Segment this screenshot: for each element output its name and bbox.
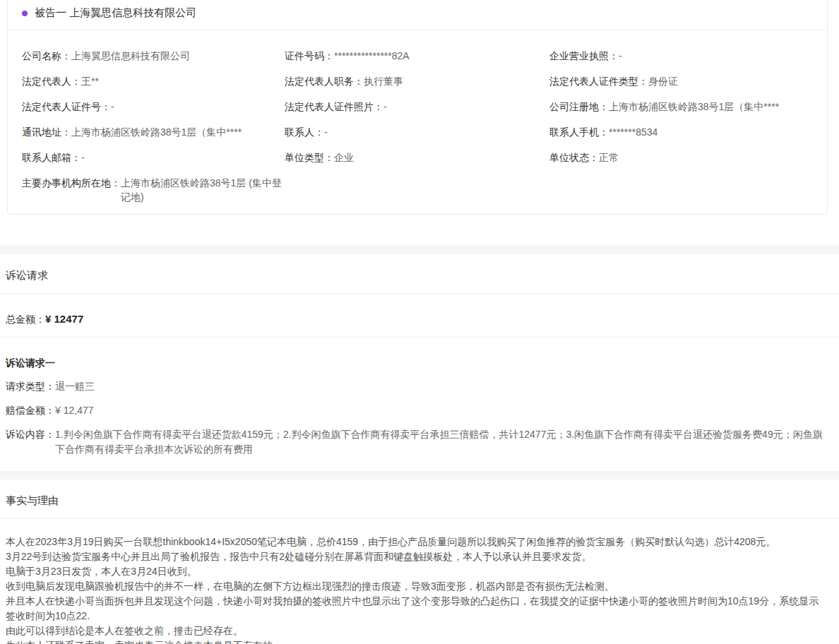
field-row: 证件号码： ***************82A: [285, 49, 549, 63]
field-value: 上海市杨浦区铁岭路38号1层（集中****: [71, 125, 242, 139]
field-label: 公司注册地：: [549, 100, 609, 114]
field-label: 公司名称：: [22, 49, 71, 63]
field-label: 通讯地址：: [22, 125, 71, 139]
total-amount-label: 总金额：: [6, 312, 45, 326]
field-row: 公司名称： 上海翼思信息科技有限公司: [22, 49, 285, 63]
total-amount-value: ¥ 12477: [45, 312, 83, 326]
request-field-row: 请求类型： 退一赔三: [0, 379, 839, 394]
field-row: 主要办事机构所在地： 上海市杨浦区铁岭路38号1层 (集中登记地): [22, 176, 285, 204]
field-label: 联系人：: [285, 125, 324, 139]
field-label: 证件号码：: [285, 49, 334, 63]
fact-paragraph: 电脑于3月23日发货，本人在3月24日收到。: [6, 564, 828, 579]
field-value: 上海市杨浦区铁岭路38号1层 (集中登记地): [121, 176, 285, 204]
request-field-label: 诉讼内容：: [6, 427, 55, 457]
field-row: 联系人手机： *******8534: [549, 125, 813, 139]
field-label: 主要办事机构所在地：: [22, 176, 121, 190]
field-value: -: [619, 49, 622, 63]
defendant-title: 被告一 上海翼思信息科技有限公司: [35, 6, 196, 20]
field-label: 法定代表人职务：: [285, 74, 364, 88]
field-label: 法定代表人：: [22, 74, 81, 88]
field-label: 联系人邮箱：: [22, 150, 81, 165]
section-divider-band: [0, 246, 839, 254]
request-field-value: 退一赔三: [55, 379, 95, 394]
defendant-card: 被告一 上海翼思信息科技有限公司 公司名称： 上海翼思信息科技有限公司 证件号码…: [7, 0, 828, 215]
field-value: -: [383, 100, 387, 114]
field-row: 法定代表人证件类型： 身份证: [549, 74, 813, 88]
request-field-row: 赔偿金额： ¥ 12,477: [0, 403, 839, 418]
section-divider-band: [0, 471, 839, 479]
field-value: -: [111, 100, 114, 114]
field-label: 单位类型：: [285, 150, 334, 165]
field-row: 法定代表人证件照片： -: [285, 100, 549, 114]
field-label: 法定代表人证件类型：: [549, 74, 648, 88]
request-field-label: 赔偿金额：: [6, 403, 55, 418]
field-row: 法定代表人： 王**: [22, 74, 285, 88]
field-label: 法定代表人证件照片：: [285, 100, 383, 114]
request-one-title: 诉讼请求一: [0, 338, 839, 370]
litigation-section: 诉讼请求 总金额： ¥ 12477 诉讼请求一 请求类型： 退一赔三 赔偿金额：…: [0, 246, 839, 457]
field-value: 企业: [334, 150, 354, 165]
fact-paragraph: 并且本人在快递小哥当面拆包并且发现这个问题，快递小哥对我拍摄的签收照片中也显示出…: [6, 594, 828, 624]
field-value: 正常: [599, 150, 619, 165]
field-label: 单位状态：: [549, 150, 599, 165]
defendant-card-header: 被告一 上海翼思信息科技有限公司: [8, 0, 827, 30]
purple-dot-icon: [22, 11, 28, 16]
fact-paragraph: 3月22号到达验货宝服务中心并且出局了验机报告，报告中只有2处磕碰分别在屏幕背面…: [6, 549, 828, 564]
divider: [0, 293, 839, 294]
field-row: 法定代表人职务： 执行董事: [285, 74, 549, 88]
field-value: 身份证: [648, 74, 678, 88]
field-row: 单位状态： 正常: [549, 150, 813, 165]
field-value: 上海市杨浦区铁岭路38号1层（集中****: [609, 100, 779, 114]
facts-section-title: 事实与理由: [0, 479, 839, 518]
fact-paragraph: 由此可以得到结论是本人在签收之前，撞击已经存在。: [6, 624, 828, 638]
litigation-section-title: 诉讼请求: [0, 254, 839, 293]
field-value: 王**: [81, 74, 99, 88]
field-row: 企业营业执照： -: [549, 49, 813, 63]
litigation-fields: 请求类型： 退一赔三 赔偿金额： ¥ 12,477 诉讼内容： 1.判令闲鱼旗下…: [0, 379, 839, 457]
field-label: 企业营业执照：: [549, 49, 619, 63]
field-row: 单位类型： 企业: [285, 150, 549, 165]
facts-section: 事实与理由 本人在2023年3月19日购买一台联想thinkbook14+I5x…: [0, 471, 839, 644]
facts-body: 本人在2023年3月19日购买一台联想thinkbook14+I5x2050笔记…: [0, 519, 839, 644]
request-field-value: ¥ 12,477: [55, 403, 94, 418]
field-value: -: [81, 150, 85, 165]
field-row: 法定代表人证件号： -: [22, 100, 285, 114]
total-amount-row: 总金额： ¥ 12477: [0, 312, 839, 326]
request-field-label: 请求类型：: [6, 379, 55, 394]
defendant-fields: 公司名称： 上海翼思信息科技有限公司 证件号码： ***************…: [8, 30, 827, 214]
request-field-row: 诉讼内容： 1.判令闲鱼旗下合作商有得卖平台退还货款4159元；2.判令闲鱼旗下…: [0, 427, 839, 457]
request-field-value: 1.判令闲鱼旗下合作商有得卖平台退还货款4159元；2.判令闲鱼旗下合作商有得卖…: [55, 427, 828, 457]
field-value: 执行董事: [364, 74, 403, 88]
fact-paragraph: 为此本人还联系了卖家，卖家也表示这个撞击本身是不存在的。: [6, 638, 828, 644]
field-row: 公司注册地： 上海市杨浦区铁岭路38号1层（集中****: [549, 100, 813, 114]
field-value: 上海翼思信息科技有限公司: [71, 49, 190, 63]
field-row: 联系人： -: [285, 125, 549, 139]
field-value: -: [324, 125, 328, 139]
fact-paragraph: 收到电脑后发现电脑跟验机报告中的并不一样，在电脑的左侧下方边框出现强烈的撞击痕迹…: [6, 579, 828, 594]
field-label: 联系人手机：: [549, 125, 609, 139]
field-value: *******8534: [609, 125, 657, 139]
field-row: 通讯地址： 上海市杨浦区铁岭路38号1层（集中****: [22, 125, 285, 139]
field-label: 法定代表人证件号：: [22, 100, 111, 114]
fact-paragraph: 本人在2023年3月19日购买一台联想thinkbook14+I5x2050笔记…: [6, 535, 828, 549]
field-value: ***************82A: [334, 49, 410, 63]
field-row: 联系人邮箱： -: [22, 150, 285, 165]
